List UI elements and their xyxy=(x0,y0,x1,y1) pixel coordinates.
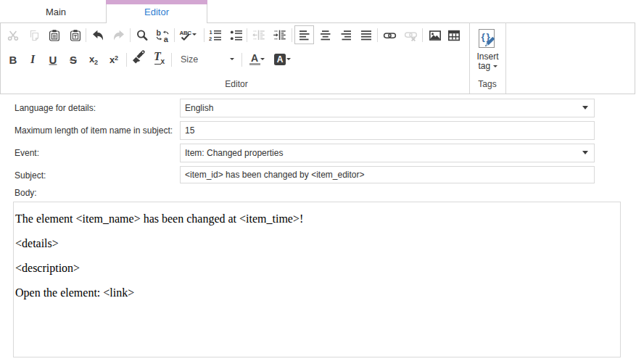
svg-text:a: a xyxy=(164,35,169,42)
svg-text:2: 2 xyxy=(209,36,212,42)
svg-text:ABC: ABC xyxy=(180,30,192,36)
svg-text:1: 1 xyxy=(210,29,212,36)
svg-text:b: b xyxy=(157,29,161,37)
svg-text:{: { xyxy=(482,31,485,42)
